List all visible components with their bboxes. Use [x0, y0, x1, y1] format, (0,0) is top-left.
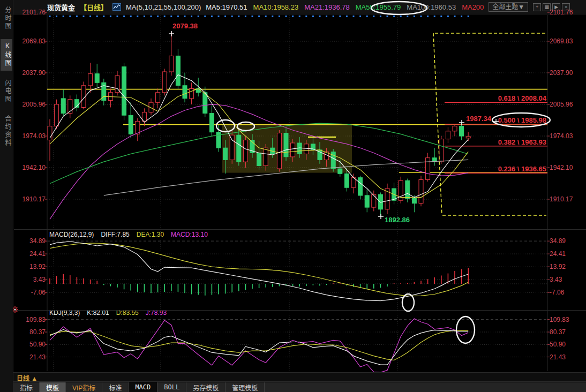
candlestick-series — [48, 32, 470, 216]
fib-level-label: 0.236 \ 1936.65 — [498, 165, 546, 173]
trading-app: 现货黄金 【日线】 MA(5,10,21,55,100,200) MA5:197… — [0, 0, 586, 392]
price-axis-label-left: 1942.10 — [15, 164, 46, 171]
price-axis-label-right: 1910.17 — [550, 195, 582, 203]
high-price-label: 2079.38 — [172, 22, 198, 30]
price-axis-label-right: 2005.96 — [550, 101, 582, 108]
anchor-crosses — [169, 31, 499, 219]
sidebar-item-合约资料[interactable]: 合约资料 — [1, 112, 12, 150]
macd-lines — [50, 242, 468, 301]
ma-value-item: MA5:1970.51 — [206, 3, 247, 11]
fib-level-label: 0.500 \ 1985.98 — [498, 116, 546, 124]
price-axis-label-left: 24.41 — [15, 250, 46, 258]
macd-params: MACD(26,12,9) — [49, 231, 94, 238]
kdj-j-value: J:78.93 — [146, 309, 167, 316]
macd-pane-header: MACD(26,12,9) DIFF:7.85 DEA:1.30 MACD:13… — [49, 231, 208, 238]
price-axis-label-right: 1942.10 — [550, 164, 582, 171]
price-axis-label-right: -7.06 — [550, 289, 582, 296]
ma-lines — [50, 75, 468, 220]
kdj-end-circle — [456, 316, 475, 343]
bottom-toolbar: 指标模板VIP指标标准MACDBOLL另存模板管理模板 — [13, 382, 586, 392]
price-axis-label-right: 3.43 — [550, 276, 582, 283]
pane-arrow-icon[interactable]: ▶ — [552, 3, 560, 11]
dashed-projection-lines — [433, 33, 546, 215]
price-axis-label-left: 34.89 — [15, 237, 46, 245]
vertical-gridlines — [54, 15, 397, 371]
toolbar-tab-另存模板[interactable]: 另存模板 — [186, 382, 226, 392]
labels-layer: 2101.762101.762069.832069.832037.902037.… — [0, 0, 586, 392]
left-sidebar: 分时图K线图闪电图合约资料 — [0, 0, 13, 392]
toolbar-tab-标准[interactable]: 标准 — [102, 382, 129, 392]
symbol-title: 现货黄金 — [47, 2, 75, 12]
price-axis-label-left: 1910.17 — [15, 195, 46, 203]
chart-canvas[interactable] — [0, 0, 586, 392]
macd-dea-value: DEA:1.30 — [137, 231, 164, 238]
price-axis-label-right: 21.43 — [550, 353, 582, 361]
annotation-ellipses — [216, 2, 550, 343]
collapse-icon[interactable]: » — [562, 3, 570, 11]
window-icons: +▦▶» — [533, 3, 570, 11]
price-axis-label-left: 2037.90 — [15, 69, 46, 77]
ma-group-label: MA(5,10,21,55,100,200) — [126, 3, 201, 11]
event-dots — [49, 16, 469, 17]
theme-dropdown-button[interactable]: 全部主题▼ — [489, 2, 528, 12]
price-axis-label-left: 109.83 — [15, 316, 46, 323]
price-axis-label-left: 80.37 — [15, 328, 46, 336]
mini-chart-icon — [112, 3, 121, 11]
price-axis-label-right: 34.89 — [550, 237, 582, 245]
price-axis-label-left: 3.43 — [15, 276, 46, 283]
kdj-k-value: K:82.01 — [87, 309, 109, 316]
toolbar-tab-指标[interactable]: 指标 — [13, 382, 40, 392]
price-axis-label-left: 21.43 — [15, 353, 46, 361]
low-price-label: 1892.86 — [385, 216, 410, 224]
ma-value-item: MA21:1936.78 — [304, 3, 350, 11]
kdj-params: KDJ(9,3,3) — [49, 309, 80, 316]
macd-macd-value: MACD:13.10 — [171, 231, 208, 238]
toolbar-tab-管理模板[interactable]: 管理模板 — [226, 382, 265, 392]
price-axis-label-left: 50.90 — [15, 341, 46, 348]
fib-level-label: 0.382 \ 1963.93 — [498, 138, 546, 146]
toolbar-tab-VIP指标[interactable]: VIP指标 — [66, 382, 102, 392]
sidebar-item-K线图[interactable]: K线图 — [1, 39, 12, 71]
ma-value-item: MA55:1955.79 — [356, 3, 401, 11]
price-axis-label-left: 13.92 — [15, 263, 46, 270]
macd-histogram — [50, 268, 468, 296]
fib-level-label: 0.618 \ 2008.04 — [498, 94, 546, 102]
pane-borders — [14, 12, 586, 371]
recent-high-label: 1987.34 — [466, 115, 491, 123]
price-axis-label-right: 50.90 — [550, 341, 582, 348]
sidebar-item-闪电图[interactable]: 闪电图 — [1, 76, 12, 107]
ma-value-item: MA200 — [462, 3, 484, 11]
price-axis-label-right: 13.92 — [550, 263, 582, 270]
ma-cross-circle-1 — [216, 120, 235, 132]
price-axis-label-right: 24.41 — [550, 250, 582, 258]
time-axis: 日线 ▲ — [13, 372, 586, 382]
toolbar-tab-MACD[interactable]: MACD — [129, 382, 157, 392]
horizontal-annotation-lines — [47, 89, 547, 172]
price-axis-label-left: -7.06 — [15, 289, 46, 296]
panes-icon[interactable]: ▦ — [543, 3, 551, 11]
price-axis-label-left: 2005.96 — [15, 101, 46, 108]
ma-cross-circle-2 — [237, 122, 254, 131]
kdj-pane-header: KDJ(9,3,3) K:82.01 D:83.55 J:78.93 — [49, 309, 167, 316]
price-axis-label-right: 2069.83 — [550, 37, 582, 45]
crosshair-icon[interactable]: + — [533, 3, 541, 11]
period-tag: 【日线】 — [80, 2, 108, 12]
ma-value-item: MA100:1960.53 — [407, 3, 456, 11]
price-axis-label-right: 80.37 — [550, 328, 582, 336]
kdj-d-value: D:83.55 — [116, 309, 139, 316]
price-axis-label-right: 1974.03 — [550, 132, 582, 140]
ma-value-item: MA10:1958.23 — [253, 3, 299, 11]
toolbar-tab-BOLL[interactable]: BOLL — [157, 382, 186, 392]
fib-0500-circle — [492, 113, 550, 127]
macd-cross-circle — [402, 294, 414, 311]
toolbar-tab-模板[interactable]: 模板 — [40, 382, 66, 392]
price-axis-label-right: 109.83 — [550, 316, 582, 323]
fibonacci-lines — [445, 102, 547, 173]
price-axis-label-left: 2069.83 — [15, 37, 46, 45]
consolidation-zone — [222, 125, 352, 173]
top-bar: 现货黄金 【日线】 MA(5,10,21,55,100,200) MA5:197… — [13, 0, 586, 14]
sidebar-item-分时图[interactable]: 分时图 — [1, 3, 12, 34]
kdj-lines — [50, 319, 468, 372]
price-axis-label-right: 2037.90 — [550, 69, 582, 77]
interval-selector[interactable]: 日线 ▲ — [17, 373, 37, 382]
